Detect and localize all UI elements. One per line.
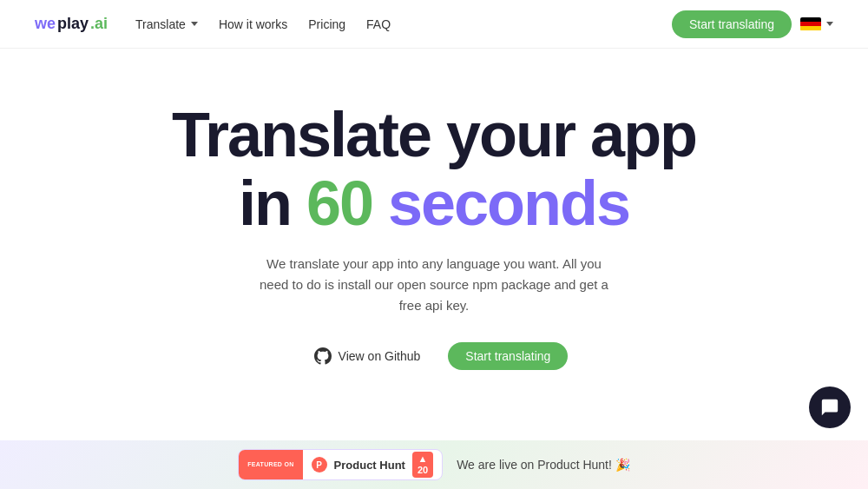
github-button[interactable]: View on Github (300, 340, 435, 372)
hero-buttons: View on Github Start translating (300, 340, 569, 372)
nav-translate[interactable]: Translate (135, 17, 198, 31)
nav-links: Translate How it works Pricing FAQ (135, 17, 391, 31)
logo-play: play (57, 15, 89, 33)
de-flag-icon (800, 17, 821, 31)
nav-start-button[interactable]: Start translating (672, 10, 792, 38)
ph-badge[interactable]: FEATURED ON P Product Hunt ▲ 20 (238, 449, 443, 480)
logo-ai: .ai (90, 15, 108, 33)
hero-title-number: 60 (306, 169, 372, 238)
github-icon (314, 347, 332, 365)
nav-left: weplay.ai Translate How it works Pricing… (35, 15, 391, 33)
hero-title-in: in (239, 169, 306, 238)
logo-we: we (35, 15, 56, 33)
nav-faq[interactable]: FAQ (366, 17, 391, 31)
ph-score-number: 20 (418, 465, 428, 476)
nav-pricing[interactable]: Pricing (308, 17, 345, 31)
chevron-down-icon (191, 22, 198, 26)
hero-title-line2: in 60 seconds (172, 169, 696, 238)
logo[interactable]: weplay.ai (35, 15, 108, 33)
hero-title-line1: Translate your app (172, 100, 696, 169)
ph-name: Product Hunt (334, 459, 405, 472)
product-hunt-banner: FEATURED ON P Product Hunt ▲ 20 We are l… (0, 440, 868, 489)
github-button-label: View on Github (339, 349, 421, 363)
nav-right: Start translating (672, 10, 833, 38)
hero-start-button[interactable]: Start translating (448, 342, 568, 370)
chat-icon (820, 398, 839, 417)
lang-chevron-icon (826, 22, 833, 26)
ph-logo-icon: P (312, 457, 327, 472)
ph-live-text: We are live on Product Hunt! 🎉 (457, 458, 630, 472)
ph-badge-featured: FEATURED ON (239, 450, 302, 479)
language-selector[interactable] (800, 17, 833, 31)
hero-title: Translate your app in 60 seconds (172, 101, 696, 238)
ph-arrow-icon: ▲ (418, 453, 428, 465)
ph-score: ▲ 20 (412, 452, 433, 478)
hero-section: Translate your app in 60 seconds We tran… (0, 49, 868, 406)
ph-featured-label: FEATURED ON (247, 461, 293, 468)
ph-badge-info: P Product Hunt ▲ 20 (303, 452, 443, 478)
nav-how-it-works[interactable]: How it works (219, 17, 287, 31)
chat-bubble-button[interactable] (809, 387, 851, 428)
hero-subtitle: We translate your app into any language … (252, 254, 616, 316)
hero-title-seconds: seconds (372, 169, 629, 238)
navbar: weplay.ai Translate How it works Pricing… (0, 0, 868, 49)
